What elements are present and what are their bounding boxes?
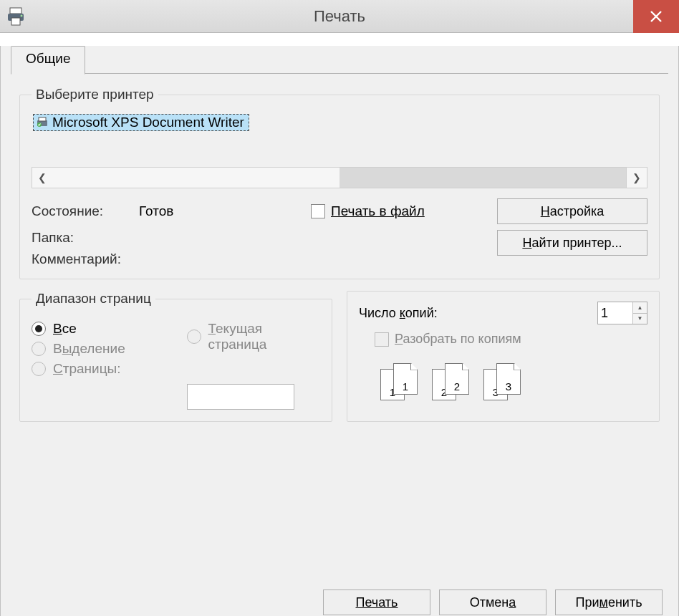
window-title: Печать xyxy=(0,7,679,26)
radio-icon xyxy=(187,329,201,344)
comment-label: Комментарий: xyxy=(32,251,139,267)
checkbox-icon xyxy=(311,204,325,218)
settings-label-rest: астройка xyxy=(550,204,605,218)
radio-pages-row: Страницы: xyxy=(32,361,165,377)
printer-list[interactable]: Microsoft XPS Document Writer xyxy=(32,112,647,164)
radio-all-row[interactable]: Все xyxy=(32,321,165,337)
collate-checkbox: Разобрать по копиям xyxy=(375,332,521,347)
radio-icon xyxy=(32,362,46,376)
scroll-track[interactable] xyxy=(340,168,627,188)
copies-group: Число копий: ▲ ▼ Разобрать по копиям xyxy=(347,291,660,422)
apply-button[interactable]: Применить xyxy=(555,589,663,615)
dialog-buttons: Печать Отмена Применить xyxy=(1,589,678,615)
copies-input[interactable] xyxy=(598,302,632,324)
svg-point-3 xyxy=(21,14,23,16)
svg-rect-5 xyxy=(39,117,46,121)
printer-item-icon xyxy=(35,115,49,130)
page-range-title: Диапазон страниц xyxy=(32,291,155,307)
print-button[interactable]: Печать xyxy=(323,589,430,615)
copies-spinner[interactable]: ▲ ▼ xyxy=(597,302,647,324)
svg-rect-2 xyxy=(11,18,20,25)
printer-group-title: Выберите принтер xyxy=(32,87,158,102)
printer-item-selected[interactable]: Microsoft XPS Document Writer xyxy=(33,114,249,131)
print-to-file-checkbox[interactable]: Печать в файл xyxy=(311,203,497,219)
printer-icon xyxy=(6,5,29,28)
titlebar: Печать xyxy=(0,0,679,33)
state-label: Состояние: xyxy=(32,203,139,219)
spin-up-button[interactable]: ▲ xyxy=(633,302,647,314)
scroll-thumb[interactable] xyxy=(52,168,340,188)
collate-illustration: 1 1 2 2 3 3 xyxy=(380,363,647,403)
state-value: Готов xyxy=(139,203,311,219)
scroll-right-button[interactable]: ❯ xyxy=(626,167,647,188)
cancel-button[interactable]: Отмена xyxy=(439,589,546,615)
radio-selection-row: Выделение xyxy=(32,341,165,357)
radio-icon xyxy=(32,322,46,336)
print-to-file-label: Печать в файл xyxy=(331,203,425,219)
tab-general[interactable]: Общие xyxy=(11,46,85,74)
scroll-left-button[interactable]: ❮ xyxy=(32,167,53,188)
checkbox-icon xyxy=(375,332,389,347)
radio-icon xyxy=(32,342,46,356)
pages-input[interactable] xyxy=(187,384,294,410)
page-range-group: Диапазон страниц Все Выделение xyxy=(19,291,332,422)
close-button[interactable] xyxy=(633,0,679,33)
spin-down-button[interactable]: ▼ xyxy=(633,314,647,324)
printer-group: Выберите принтер Microsoft XPS Document … xyxy=(19,87,660,279)
printer-item-label: Microsoft XPS Document Writer xyxy=(52,115,244,130)
copies-label: Число копий: xyxy=(359,306,438,321)
settings-button[interactable]: Настройка xyxy=(497,198,647,224)
find-printer-button[interactable]: Найти принтер... xyxy=(497,230,647,256)
radio-current-row: Текущаястраница xyxy=(187,321,321,352)
printer-list-scrollbar[interactable]: ❮ ❯ xyxy=(32,167,647,188)
svg-rect-0 xyxy=(10,8,21,14)
folder-label: Папка: xyxy=(32,230,139,246)
dialog-body: Общие Выберите принтер Microsoft XPS Doc… xyxy=(0,46,679,616)
